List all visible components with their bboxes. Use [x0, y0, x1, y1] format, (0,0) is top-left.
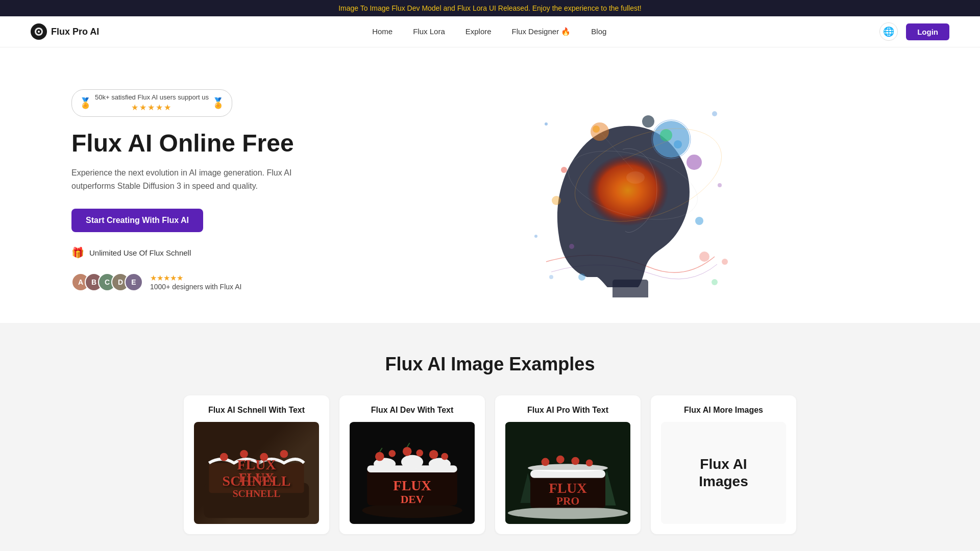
dev-cake-svg: FLUX DEV — [350, 422, 475, 524]
svg-point-36 — [280, 450, 288, 458]
pro-cake-svg: FLUX PRO — [505, 422, 630, 524]
svg-point-2 — [38, 31, 40, 33]
nav-blog[interactable]: Blog — [591, 27, 606, 36]
hero-left: 🏅 50k+ satisfied Flux AI users support u… — [71, 89, 306, 292]
nav-home[interactable]: Home — [372, 27, 393, 36]
top-banner: Image To Image Flux Dev Model and Flux L… — [0, 0, 980, 16]
examples-grid: Flux AI Schnell With Text FLUX S — [184, 395, 796, 534]
example-card-dev: Flux AI Dev With Text — [339, 395, 485, 534]
pro-image: FLUX PRO — [505, 422, 630, 524]
svg-point-27 — [552, 196, 561, 205]
svg-point-49 — [416, 449, 423, 457]
svg-point-7 — [722, 259, 728, 265]
navbar: Flux Pro AI Home Flux Lora Explore Flux … — [0, 16, 980, 47]
svg-point-15 — [687, 155, 702, 170]
globe-button[interactable]: 🌐 — [879, 22, 898, 41]
avatars: A B C D E — [71, 273, 143, 291]
svg-point-64 — [528, 464, 608, 472]
svg-point-46 — [375, 452, 384, 461]
svg-rect-32 — [209, 463, 304, 493]
svg-point-48 — [403, 447, 412, 456]
svg-point-51 — [441, 453, 448, 460]
svg-point-14 — [674, 140, 682, 148]
svg-point-33 — [220, 453, 228, 461]
svg-text:PRO: PRO — [556, 495, 579, 507]
badge-label: 50k+ satisfied Flux AI users support us — [95, 93, 209, 101]
svg-text:FLUX: FLUX — [549, 481, 587, 496]
svg-point-18 — [642, 115, 654, 128]
example-card-more: Flux AI More Images Flux AI Images — [651, 395, 796, 534]
badge-text-container: 50k+ satisfied Flux AI users support us … — [95, 93, 209, 114]
badge-stars: ★★★★★ — [95, 102, 209, 113]
nav-flux-lora[interactable]: Flux Lora — [413, 27, 445, 36]
social-text: 1000+ designers with Flux AI — [150, 283, 241, 291]
svg-point-65 — [542, 458, 550, 466]
svg-point-22 — [695, 217, 703, 225]
nav-flux-designer[interactable]: Flux Designer 🔥 — [512, 27, 571, 36]
svg-text:FLUX: FLUX — [239, 470, 275, 485]
svg-point-30 — [626, 171, 645, 184]
social-text-block: ★★★★★ 1000+ designers with Flux AI — [150, 273, 241, 291]
wreath-right-icon: 🏅 — [212, 97, 225, 109]
card-title-pro: Flux AI Pro With Text — [505, 406, 630, 415]
svg-text:DEV: DEV — [401, 493, 424, 506]
hero-title: Flux AI Online Free — [71, 129, 306, 157]
svg-point-44 — [401, 455, 423, 469]
svg-text:SCHNELL: SCHNELL — [233, 488, 281, 499]
badge-wreath: 🏅 50k+ satisfied Flux AI users support u… — [71, 89, 232, 117]
avatar-5: E — [125, 273, 143, 291]
card-title-more: Flux AI More Images — [661, 406, 786, 415]
hero-illustration — [521, 83, 735, 297]
svg-point-3 — [545, 122, 548, 126]
svg-point-6 — [534, 235, 537, 238]
unlimited-label: Unlimited Use Of Flux Schnell — [89, 248, 191, 257]
svg-point-45 — [429, 458, 451, 470]
wreath-left-icon: 🏅 — [79, 97, 92, 109]
svg-point-66 — [556, 456, 565, 464]
svg-point-25 — [578, 273, 585, 281]
svg-point-47 — [388, 450, 396, 457]
example-card-schnell: Flux AI Schnell With Text FLUX S — [184, 395, 329, 534]
banner-text: Image To Image Flux Dev Model and Flux L… — [338, 4, 642, 12]
svg-point-8 — [549, 275, 553, 279]
svg-point-4 — [712, 111, 717, 116]
svg-point-26 — [712, 279, 718, 285]
more-images-text: Flux AI Images — [699, 456, 748, 490]
cta-button[interactable]: Start Creating With Flux AI — [71, 209, 203, 232]
examples-section: Flux AI Image Examples Flux AI Schnell W… — [0, 323, 980, 551]
schnell-image: FLUX SCHNELL — [194, 422, 319, 524]
svg-point-61 — [508, 507, 628, 519]
social-stars: ★★★★★ — [150, 273, 183, 282]
svg-point-67 — [571, 457, 579, 465]
svg-point-35 — [260, 453, 268, 461]
hero-description: Experience the next evolution in AI imag… — [71, 166, 306, 192]
hero-right — [306, 81, 949, 300]
login-button[interactable]: Login — [906, 23, 949, 40]
more-line1: Flux AI — [700, 456, 747, 472]
logo-text: Flux Pro AI — [51, 27, 99, 37]
nav-right: 🌐 Login — [879, 22, 949, 41]
nav-logo[interactable]: Flux Pro AI — [31, 23, 99, 40]
hero-section: 🏅 50k+ satisfied Flux AI users support u… — [0, 47, 980, 323]
svg-point-21 — [561, 167, 567, 173]
nav-links: Home Flux Lora Explore Flux Designer 🔥 B… — [372, 27, 606, 36]
card-title-schnell: Flux AI Schnell With Text — [194, 406, 319, 415]
schnell-cake-svg: FLUX SCHNELL — [194, 422, 319, 524]
svg-text:FLUX: FLUX — [393, 478, 431, 493]
svg-rect-9 — [612, 280, 648, 297]
example-card-pro: Flux AI Pro With Text — [495, 395, 641, 534]
nav-explore[interactable]: Explore — [465, 27, 492, 36]
more-images-box: Flux AI Images — [661, 422, 786, 524]
logo-icon — [31, 23, 47, 40]
svg-point-17 — [593, 126, 600, 133]
svg-point-24 — [699, 252, 709, 262]
dev-image: FLUX DEV — [350, 422, 475, 524]
svg-point-23 — [569, 244, 574, 249]
gift-icon: 🎁 — [71, 246, 84, 259]
svg-point-34 — [240, 450, 248, 458]
svg-point-50 — [429, 450, 438, 459]
social-proof: A B C D E ★★★★★ 1000+ designers with Flu… — [71, 273, 306, 291]
examples-title: Flux AI Image Examples — [20, 354, 960, 375]
svg-point-68 — [586, 460, 593, 467]
more-line2: Images — [699, 473, 748, 489]
